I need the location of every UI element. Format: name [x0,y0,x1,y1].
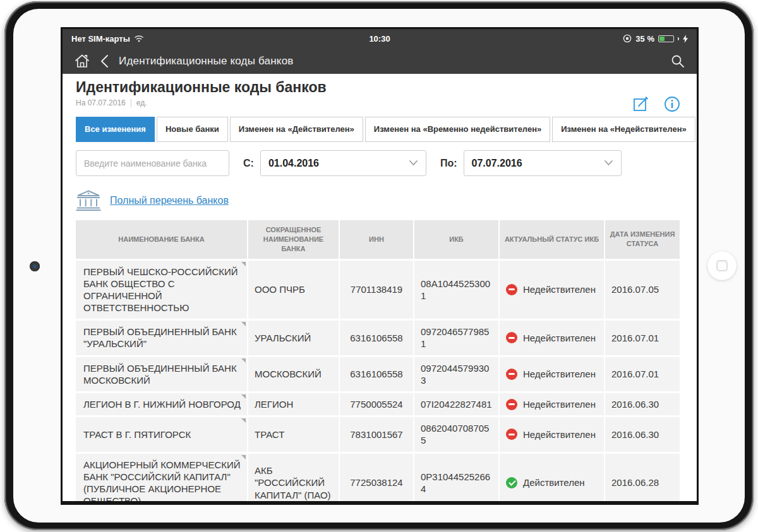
status-label: Недействителен [523,429,596,440]
cell-inn: 7725038124 [339,452,414,505]
bank-table-row[interactable]: ПЕРВЫЙ ОБЪЕДИНЕННЫЙ БАНК "УРАЛЬСКИЙ"УРАЛ… [76,320,680,356]
home-button-square-icon [716,260,728,271]
bank-table-row[interactable]: ЛЕГИОН В Г. НИЖНИЙ НОВГОРОДЛЕГИОН7750005… [76,393,680,417]
cell-status-date: 2016.07.05 [605,259,680,320]
subtitle-divider [131,99,131,107]
nav-title: Идентификационные коды банков [119,55,294,68]
date-from-value: 01.04.2016 [268,158,319,169]
status-bar: Нет SIM-карты 10:30 35 % [63,29,697,48]
cell-short-name: ООО ПЧРБ [248,259,339,320]
status-label: Недействителен [523,332,596,344]
col-header-status-date: ДАТА ИЗМЕНЕНИЯ СТАТУСА [605,220,680,259]
date-to-select[interactable]: 07.07.2016 [464,150,622,176]
col-header-inn: ИНН [339,220,414,259]
filter-tabs: Все изменения Новые банки Изменен на «Де… [76,117,680,142]
back-chevron-icon[interactable] [100,54,109,68]
unit-label: ед. [136,98,147,107]
cell-status-date: 2016.06.28 [605,452,680,505]
cell-status: Действителен [499,452,605,505]
app-screen: Нет SIM-карты 10:30 35 % [61,27,699,505]
status-valid-icon [506,477,517,488]
cell-bank-name: ЛЕГИОН В Г. НИЖНИЙ НОВГОРОД [76,393,248,417]
clock-label: 10:30 [63,34,697,44]
cell-inn: 6316106558 [339,320,414,356]
tab-changed-invalid[interactable]: Изменен на «Недействителен» [552,117,695,142]
cell-status: Недействителен [499,320,605,356]
col-header-ikb: ИКБ [414,220,499,259]
cell-ikb: 07I20422827481 [414,393,499,417]
date-to-label: По: [440,158,457,169]
cell-status-date: 2016.07.01 [605,356,680,392]
cell-inn: 6316106558 [339,356,414,392]
status-invalid-icon [506,399,517,410]
page: Нет SIM-карты 10:30 35 % [0,0,758,532]
cell-ikb: 08A10445253001 [414,259,499,320]
cell-status: Недействителен [499,259,605,320]
bank-building-icon [76,190,101,211]
full-list-row: Полный перечень банков [76,190,680,211]
date-from-select[interactable]: 01.04.2016 [260,150,426,176]
status-label: Действителен [523,476,585,488]
cell-bank-name: ПЕРВЫЙ ЧЕШСКО-РОССИЙСКИЙ БАНК ОБЩЕСТВО С… [76,259,248,320]
bank-name-search-input[interactable] [76,150,229,176]
bank-table-row[interactable]: ПЕРВЫЙ ЧЕШСКО-РОССИЙСКИЙ БАНК ОБЩЕСТВО С… [76,259,680,320]
cell-status: Недействителен [499,393,605,417]
cell-short-name: ТРАСТ [248,417,339,452]
cell-ikb: 0P310445252664 [414,452,499,505]
bank-table-row[interactable]: ТРАСТ В Г. ПЯТИГОРСКТРАСТ783100156708620… [76,417,680,452]
battery-icon [658,35,674,42]
ipad-home-button[interactable] [707,251,737,280]
cell-status-date: 2016.06.30 [605,417,680,452]
charging-bolt-icon [683,35,688,43]
full-bank-list-link[interactable]: Полный перечень банков [110,195,229,206]
status-invalid-icon [506,369,517,380]
page-subtitle: На 07.07.2016 ед. [76,98,680,107]
chevron-down-icon [604,160,613,166]
info-icon[interactable] [664,96,680,112]
front-camera-icon [30,261,40,271]
cell-bank-name: ПЕРВЫЙ ОБЪЕДИНЕННЫЙ БАНК МОСКОВСКИЙ [76,356,248,392]
cell-status-date: 2016.07.01 [605,320,680,356]
col-header-status: АКТУАЛЬНЫЙ СТАТУС ИКБ [499,220,605,259]
bank-table-row[interactable]: ПЕРВЫЙ ОБЪЕДИНЕННЫЙ БАНК МОСКОВСКИЙМОСКО… [76,356,680,392]
status-invalid-icon [506,332,517,343]
battery-percent-label: 35 % [635,34,654,44]
edit-icon[interactable] [633,95,650,112]
bank-table-row[interactable]: АКЦИОНЕРНЫЙ КОММЕРЧЕСКИЙ БАНК "РОССИЙСКИ… [76,452,680,505]
main-content: Идентификационные коды банков На 07.07.2… [63,74,697,505]
col-header-short-name: СОКРАЩЕННОЕ НАИМЕНОВАНИЕ БАНКА [248,220,339,259]
cell-status: Недействителен [499,417,605,452]
status-invalid-icon [506,284,517,295]
cell-inn: 7831001567 [339,417,414,452]
cell-bank-name: ПЕРВЫЙ ОБЪЕДИНЕННЫЙ БАНК "УРАЛЬСКИЙ" [76,320,248,356]
cell-bank-name: АКЦИОНЕРНЫЙ КОММЕРЧЕСКИЙ БАНК "РОССИЙСКИ… [76,452,248,505]
home-icon[interactable] [74,53,90,69]
cell-bank-name: ТРАСТ В Г. ПЯТИГОРСК [76,417,248,452]
bank-table-body: ПЕРВЫЙ ЧЕШСКО-РОССИЙСКИЙ БАНК ОБЩЕСТВО С… [76,259,680,505]
battery-tip-icon [678,37,679,40]
tab-changed-valid[interactable]: Изменен на «Действителен» [230,117,363,142]
bank-table: НАИМЕНОВАНИЕ БАНКА СОКРАЩЕННОЕ НАИМЕНОВА… [76,220,680,505]
status-label: Недействителен [523,398,596,410]
table-header-row: НАИМЕНОВАНИЕ БАНКА СОКРАЩЕННОЕ НАИМЕНОВА… [76,220,680,259]
date-from-label: С: [243,158,254,169]
tab-all-changes[interactable]: Все изменения [76,117,155,142]
search-icon[interactable] [670,54,685,69]
cell-status-date: 2016.06.30 [605,393,680,417]
tab-changed-temporarily-invalid[interactable]: Изменен на «Временно недействителен» [365,117,550,142]
as-of-date-label: На 07.07.2016 [76,98,126,107]
chevron-down-icon [409,160,418,166]
tab-new-banks[interactable]: Новые банки [157,117,228,142]
status-label: Недействителен [523,368,596,380]
status-invalid-icon [506,429,517,440]
cell-ikb: 09720465779851 [414,320,499,356]
cell-status: Недействителен [499,356,605,392]
status-label: Недействителен [523,283,596,295]
cell-ikb: 09720445799303 [414,356,499,392]
cell-inn: 7701138419 [339,259,414,320]
filters-row: С: 01.04.2016 По: 07.07.2016 [76,150,680,176]
col-header-bank-name: НАИМЕНОВАНИЕ БАНКА [76,220,248,259]
page-title: Идентификационные коды банков [76,79,680,96]
date-to-value: 07.07.2016 [472,158,522,169]
cell-inn: 7750005524 [339,393,414,417]
